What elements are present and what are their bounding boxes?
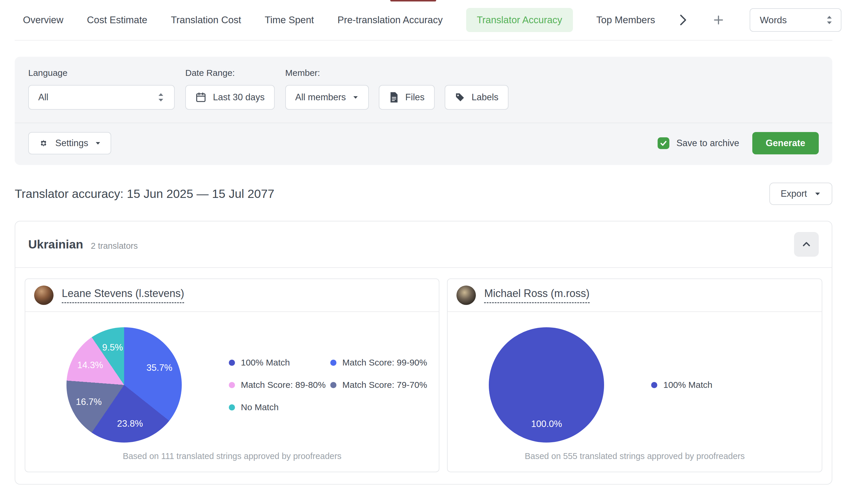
files-label: Files [405, 92, 425, 103]
legend-dot [229, 404, 235, 411]
save-to-archive-label: Save to archive [677, 138, 739, 148]
legend-label: No Match [241, 402, 278, 412]
legend-dot [330, 382, 337, 388]
date-range-value: Last 30 days [213, 92, 265, 103]
settings-row: Settings Save to archive Generate [15, 123, 832, 165]
settings-label: Settings [55, 138, 88, 148]
language-group-name: Ukrainian [28, 238, 83, 251]
caret-down-icon [352, 94, 359, 101]
chart-legend: 100% MatchMatch Score: 99-90%Match Score… [229, 358, 427, 412]
legend-item-100-match: 100% Match [229, 358, 330, 367]
translators-count: 2 translators [91, 238, 138, 251]
legend-item-100-match: 100% Match [651, 380, 753, 390]
save-to-archive-checkbox[interactable]: Save to archive [657, 137, 739, 149]
translator-card: Leane Stevens (l.stevens) 35.7%23.8%16.7… [25, 278, 439, 472]
chart-legend: 100% Match [651, 380, 753, 390]
unit-select-value: Words [760, 15, 787, 25]
legend-item-match-score-89-80: Match Score: 89-80% [229, 380, 330, 390]
date-range-button[interactable]: Last 30 days [185, 85, 275, 110]
pie-slice-label: 23.8% [117, 418, 143, 429]
chart-footnote: Based on 555 translated strings approved… [448, 447, 822, 472]
avatar [34, 286, 54, 305]
files-button[interactable]: Files [379, 85, 434, 110]
filter-row: Language All Date Range: Last 30 days [15, 57, 832, 123]
tab-pre-translation-accuracy[interactable]: Pre-translation Accuracy [338, 14, 443, 25]
chevron-right-icon[interactable] [679, 14, 687, 26]
sort-arrows-icon [826, 14, 833, 26]
language-filter-group: Language All [28, 68, 175, 110]
translator-card-header: Michael Ross (m.ross) [448, 279, 822, 312]
pie-slice-label: 35.7% [146, 363, 172, 373]
member-controls: All members Files [285, 85, 508, 110]
language-label: Language [28, 68, 175, 78]
generate-button[interactable]: Generate [752, 132, 819, 155]
legend-dot [651, 382, 657, 388]
legend-item-match-score-99-90: Match Score: 99-90% [330, 358, 427, 367]
translator-cards: Leane Stevens (l.stevens) 35.7%23.8%16.7… [15, 268, 832, 484]
tab-overview[interactable]: Overview [23, 14, 64, 25]
member-label: Member: [285, 68, 508, 78]
export-label: Export [780, 188, 807, 199]
chart-area: 35.7%23.8%16.7%14.3%9.5% 100% MatchMatch… [25, 312, 439, 447]
language-select[interactable]: All [28, 85, 175, 110]
legend-dot [229, 360, 235, 366]
language-group-card: Ukrainian 2 translators Leane Stevens (l… [15, 221, 832, 485]
translator-card-header: Leane Stevens (l.stevens) [25, 279, 439, 312]
report-tabs: OverviewCost EstimateTranslation CostTim… [23, 8, 655, 32]
caret-down-icon [95, 140, 101, 146]
date-range-filter-group: Date Range: Last 30 days [185, 68, 275, 110]
chevron-up-icon [801, 239, 811, 249]
translator-name-link[interactable]: Leane Stevens (l.stevens) [62, 287, 184, 303]
tab-cost-estimate[interactable]: Cost Estimate [87, 14, 147, 25]
pie-slice-label: 14.3% [77, 360, 103, 371]
legend-label: Match Score: 99-90% [342, 358, 427, 367]
labels-button[interactable]: Labels [445, 85, 508, 110]
member-filter-group: Member: All members Files [285, 68, 508, 110]
labels-label: Labels [472, 92, 499, 103]
chart-footnote: Based on 111 translated strings approved… [25, 447, 439, 472]
calendar-icon [195, 92, 206, 103]
avatar [456, 286, 476, 305]
legend-label: 100% Match [241, 358, 290, 367]
language-select-value: All [38, 92, 48, 103]
pie-slice-label: 16.7% [76, 397, 102, 407]
file-icon [389, 92, 399, 103]
settings-button[interactable]: Settings [28, 132, 111, 155]
legend-label: Match Score: 89-80% [241, 380, 326, 390]
gear-icon [38, 138, 49, 148]
report-filter-panel: Language All Date Range: Last 30 days [15, 57, 832, 165]
plus-icon[interactable] [713, 14, 724, 26]
member-select-value: All members [295, 92, 346, 103]
legend-label: Match Score: 79-70% [342, 380, 427, 390]
tag-icon [455, 92, 465, 103]
legend-dot [330, 360, 337, 366]
legend-item-no-match: No Match [229, 402, 330, 412]
reports-page: OverviewCost EstimateTranslation CostTim… [0, 0, 847, 504]
unit-select[interactable]: Words [750, 8, 842, 32]
legend-label: 100% Match [663, 380, 712, 390]
chart-area: 100.0% 100% Match [448, 312, 822, 447]
pie-chart: 35.7%23.8%16.7%14.3%9.5% [67, 327, 182, 443]
translator-name-link[interactable]: Michael Ross (m.ross) [484, 287, 589, 303]
date-range-label: Date Range: [185, 68, 275, 78]
page-title: Translator accuracy: 15 Jun 2025 — 15 Ju… [15, 187, 274, 201]
report-tabs-bar: OverviewCost EstimateTranslation CostTim… [15, 0, 832, 40]
tab-time-spent[interactable]: Time Spent [265, 14, 314, 25]
pie-slice-label: 9.5% [102, 342, 123, 353]
tab-translator-accuracy[interactable]: Translator Accuracy [466, 8, 573, 32]
tabs-right-controls: Words [679, 8, 842, 32]
pie-chart: 100.0% [489, 327, 604, 443]
tab-translation-cost[interactable]: Translation Cost [171, 14, 241, 25]
caret-down-icon [814, 190, 821, 197]
translator-card: Michael Ross (m.ross) 100.0% 100% Match … [447, 278, 822, 472]
collapse-button[interactable] [794, 232, 819, 257]
member-select[interactable]: All members [285, 85, 369, 110]
tab-top-members[interactable]: Top Members [596, 14, 655, 25]
legend-dot [229, 382, 235, 388]
legend-item-match-score-79-70: Match Score: 79-70% [330, 380, 427, 390]
report-title-row: Translator accuracy: 15 Jun 2025 — 15 Ju… [15, 183, 832, 205]
sort-arrows-icon [157, 91, 165, 103]
top-edge-artifact [390, 0, 436, 1]
export-button[interactable]: Export [769, 183, 832, 205]
language-group-header: Ukrainian 2 translators [15, 221, 832, 267]
